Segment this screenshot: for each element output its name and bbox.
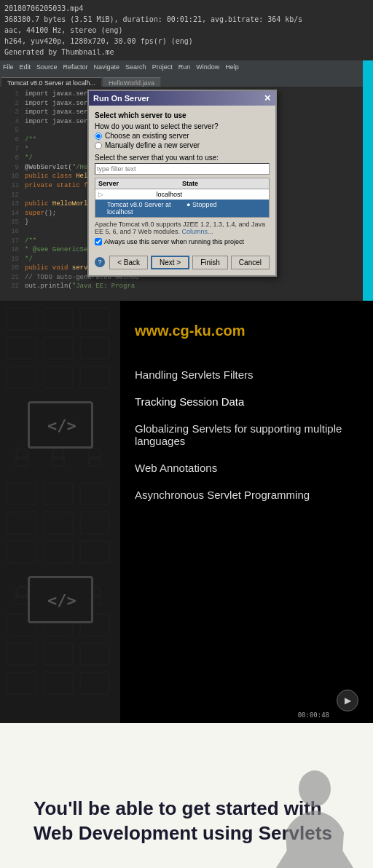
video-metadata: 20180706205033.mp4 368380.7 bytes (3.51 … xyxy=(0,0,373,60)
svg-rect-2 xyxy=(80,308,109,330)
ide-menu-bar: File Edit Source Refactor Navigate Searc… xyxy=(0,60,363,74)
menu-help[interactable]: Help xyxy=(225,63,239,71)
next-button[interactable]: Next > xyxy=(151,256,189,269)
menu-item-async[interactable]: Asynchronous Servlet Programming xyxy=(135,481,358,508)
menu-navigate[interactable]: Navigate xyxy=(94,63,120,71)
always-use-label: Always use this server when running this… xyxy=(104,238,244,245)
always-use-checkbox[interactable] xyxy=(95,238,102,245)
svg-rect-6 xyxy=(7,366,36,388)
left-pattern-area: </> </> xyxy=(0,301,120,723)
svg-rect-20 xyxy=(80,512,109,534)
cta-section: You'll be able to get started with Web D… xyxy=(0,723,373,868)
menu-refactor[interactable]: Refactor xyxy=(63,63,88,71)
server-state-localhost xyxy=(182,191,266,198)
svg-rect-21 xyxy=(7,541,36,563)
video-video: h264, yuv420p, 1280x720, 30.00 fps(r) (e… xyxy=(4,36,369,47)
video-audio: aac, 44100 Hz, stereo (eng) xyxy=(4,25,369,36)
svg-rect-0 xyxy=(7,308,36,330)
svg-rect-17 xyxy=(80,483,109,505)
svg-rect-7 xyxy=(44,366,73,388)
svg-rect-5 xyxy=(80,337,109,359)
course-menu-list: Handling Servlets Filters Tracking Sessi… xyxy=(135,361,358,508)
dialog-close-icon[interactable]: ✕ xyxy=(264,93,271,103)
menu-edit[interactable]: Edit xyxy=(20,63,31,71)
svg-rect-23 xyxy=(80,541,109,563)
svg-rect-34 xyxy=(44,643,73,665)
menu-source[interactable]: Source xyxy=(36,63,58,71)
menu-item-filters[interactable]: Handling Servlets Filters xyxy=(135,361,358,388)
dialog-info-text: Apache Tomcat v8.0 supports J2EE 1.2, 1.… xyxy=(95,221,270,235)
select-server-label: Select the server that you want to use: xyxy=(95,154,270,162)
svg-text:</>: </> xyxy=(47,591,76,609)
menu-item-annotations[interactable]: Web Annotations xyxy=(135,454,358,481)
server-name-tomcat: Tomcat v8.0 Server at localhost xyxy=(107,201,186,216)
menu-item-tracking[interactable]: Tracking Session Data xyxy=(135,388,358,415)
svg-rect-33 xyxy=(7,643,36,665)
svg-rect-37 xyxy=(44,672,73,694)
video-generated: Generated by Thumbnail.me xyxy=(4,47,369,58)
cancel-button[interactable]: Cancel xyxy=(231,256,270,269)
bottom-code-icon: </> xyxy=(28,576,93,623)
menu-search[interactable]: Search xyxy=(125,63,146,71)
menu-item-globalizing[interactable]: Globalizing Servlets for supporting mult… xyxy=(135,415,358,454)
menu-file[interactable]: File xyxy=(3,63,14,71)
cta-figure-area xyxy=(256,760,373,868)
website-url: www.cg-ku.com xyxy=(135,323,358,339)
code-bracket-icon-bottom: </> xyxy=(44,587,76,612)
col-server: Server xyxy=(98,180,182,187)
svg-rect-12 xyxy=(52,457,64,466)
svg-rect-18 xyxy=(7,512,36,534)
radio-define-new[interactable]: Manually define a new server xyxy=(95,141,270,149)
help-question: ? xyxy=(95,257,108,267)
svg-rect-19 xyxy=(44,512,73,534)
dialog-titlebar: Run On Server ✕ xyxy=(89,91,275,106)
radio-manually-label: Manually define a new server xyxy=(105,141,200,149)
svg-rect-8 xyxy=(80,366,109,388)
next-play-button[interactable]: ▶ xyxy=(337,690,358,711)
run-on-server-dialog: Run On Server ✕ Select which server to u… xyxy=(87,90,277,277)
menu-window[interactable]: Window xyxy=(196,63,219,71)
svg-rect-14 xyxy=(89,457,101,466)
ide-section: File Edit Source Refactor Navigate Searc… xyxy=(0,60,373,301)
svg-rect-38 xyxy=(80,672,109,694)
server-table: Server State ▷ localhost Tomcat v8.0 Ser… xyxy=(95,178,270,218)
back-button[interactable]: < Back xyxy=(109,256,148,269)
video-filename: 20180706205033.mp4 xyxy=(4,3,369,14)
always-use-checkbox-row[interactable]: Always use this server when running this… xyxy=(95,238,270,245)
svg-point-41 xyxy=(299,770,331,807)
server-row-localhost[interactable]: ▷ localhost xyxy=(95,189,269,200)
dialog-body: Select which server to use How do you wa… xyxy=(89,106,275,275)
menu-run[interactable]: Run xyxy=(178,63,191,71)
server-table-header: Server State xyxy=(95,178,269,189)
help-icon[interactable]: ? xyxy=(95,257,105,267)
menu-project[interactable]: Project xyxy=(152,63,173,71)
radio-existing-label: Choose an existing server xyxy=(105,132,189,140)
server-state-tomcat: ● Stopped xyxy=(186,201,266,216)
svg-rect-16 xyxy=(44,483,73,505)
svg-rect-15 xyxy=(7,483,36,505)
radio-choose-existing[interactable]: Choose an existing server xyxy=(95,132,270,140)
server-row-tomcat[interactable]: Tomcat v8.0 Server at localhost ● Stoppe… xyxy=(95,200,269,217)
dialog-title: Run On Server xyxy=(93,94,149,103)
finish-button[interactable]: Finish xyxy=(192,256,228,269)
dialog-section-select: Select which server to use xyxy=(95,111,270,119)
columns-link[interactable]: Columns... xyxy=(181,228,213,235)
svg-text:</>: </> xyxy=(47,417,76,435)
filter-input[interactable] xyxy=(95,163,270,175)
course-content-area: </> </> www.cg-ku.com Handling Servlets … xyxy=(0,301,373,723)
right-content: www.cg-ku.com Handling Servlets Filters … xyxy=(120,301,373,723)
svg-rect-10 xyxy=(16,457,28,466)
dialog-how-label: How do you want to select the server? xyxy=(95,122,270,130)
top-code-icon: </> xyxy=(28,401,93,449)
timestamp: 00:00:48 xyxy=(295,710,332,720)
code-line: 22 out.println("Java EE: Progra xyxy=(4,282,369,291)
svg-rect-22 xyxy=(44,541,73,563)
dialog-buttons: < Back Next > Finish Cancel xyxy=(109,256,270,269)
code-bracket-icon-top: </> xyxy=(44,412,76,438)
svg-rect-1 xyxy=(44,308,73,330)
col-state: State xyxy=(182,180,266,187)
watermark-pattern xyxy=(0,301,120,723)
ide-right-panel xyxy=(363,60,373,301)
svg-rect-3 xyxy=(7,337,36,359)
svg-rect-4 xyxy=(44,337,73,359)
